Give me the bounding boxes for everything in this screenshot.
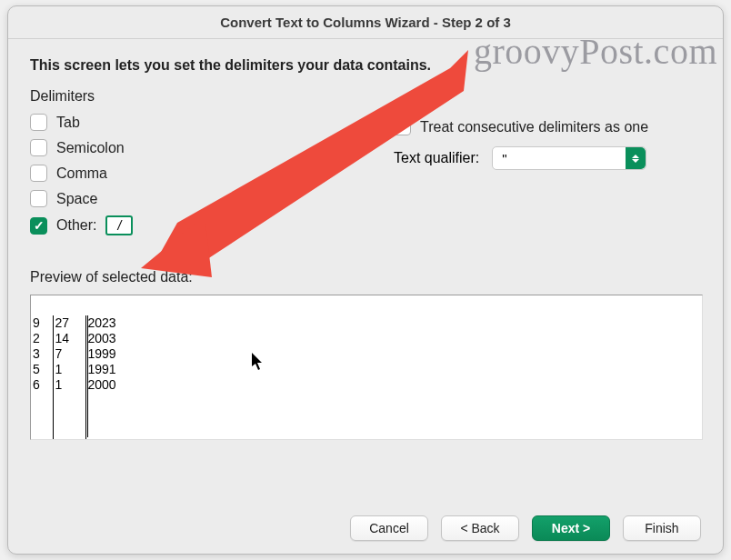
semicolon-label: Semicolon <box>56 140 125 156</box>
delimiters-heading: Delimiters <box>30 88 357 105</box>
stepper-arrows-icon <box>626 147 646 169</box>
cancel-button[interactable]: Cancel <box>350 515 428 541</box>
consecutive-row: Treat consecutive delimiters as one <box>394 118 701 135</box>
comma-label: Comma <box>56 165 107 182</box>
delimiter-row-comma: Comma <box>30 165 357 182</box>
wizard-dialog: Convert Text to Columns Wizard - Step 2 … <box>7 5 724 555</box>
space-checkbox[interactable] <box>30 190 47 207</box>
dialog-title: Convert Text to Columns Wizard - Step 2 … <box>8 6 723 39</box>
finish-button[interactable]: Finish <box>623 515 701 541</box>
delimiter-row-other: Other: <box>30 215 357 235</box>
text-qualifier-value: " <box>502 151 506 166</box>
consecutive-label: Treat consecutive delimiters as one <box>420 119 648 135</box>
text-qualifier-label: Text qualifier: <box>394 150 479 166</box>
preview-heading: Preview of selected data: <box>30 269 701 285</box>
other-checkbox[interactable] <box>30 217 47 235</box>
button-bar: Cancel < Back Next > Finish <box>350 515 701 541</box>
delimiter-row-semicolon: Semicolon <box>30 139 357 156</box>
semicolon-checkbox[interactable] <box>30 139 47 156</box>
delimiter-row-space: Space <box>30 190 357 207</box>
other-delimiter-input[interactable] <box>105 215 133 235</box>
tab-checkbox[interactable] <box>30 114 47 131</box>
table-row: 612000 <box>31 377 695 393</box>
comma-checkbox[interactable] <box>30 165 47 182</box>
preview-table: 92720232142003371999511991612000 <box>31 315 695 440</box>
instruction-text: This screen lets you set the delimiters … <box>30 57 701 74</box>
table-row: 511991 <box>31 362 695 377</box>
space-label: Space <box>56 191 97 207</box>
delimiter-row-tab: Tab <box>30 114 357 131</box>
text-qualifier-select[interactable]: " <box>492 146 646 170</box>
other-label: Other: <box>56 217 96 234</box>
table-row: 371999 <box>31 346 695 362</box>
data-preview-pane[interactable]: 92720232142003371999511991612000 <box>30 295 703 440</box>
next-button[interactable]: Next > <box>532 515 610 541</box>
back-button[interactable]: < Back <box>441 515 519 541</box>
table-row: 9272023 <box>31 315 695 331</box>
tab-label: Tab <box>56 115 80 131</box>
consecutive-checkbox[interactable] <box>394 118 411 135</box>
table-row: 2142003 <box>31 331 695 346</box>
